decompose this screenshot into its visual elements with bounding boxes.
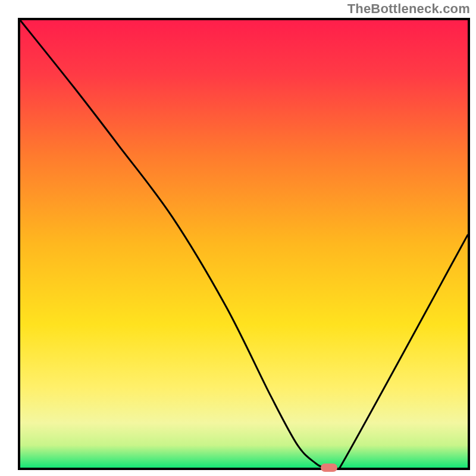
optimal-point-marker [321, 464, 337, 472]
attribution-watermark: TheBottleneck.com [347, 1, 470, 17]
plot-frame [18, 18, 470, 470]
chart-container: TheBottleneck.com [0, 0, 476, 476]
gradient-background [20, 20, 468, 468]
plot-svg [20, 20, 468, 468]
